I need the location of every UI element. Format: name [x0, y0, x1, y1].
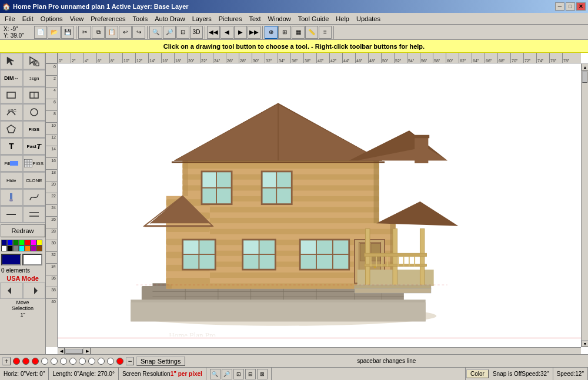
snap-settings-button[interactable]: Snap Settings: [136, 357, 185, 366]
dot-white2[interactable]: [51, 358, 58, 365]
tb-open[interactable]: 📂: [48, 26, 61, 39]
menu-edit[interactable]: Edit: [19, 14, 37, 23]
lt-select-cross[interactable]: [23, 53, 46, 69]
remove-button[interactable]: −: [126, 357, 134, 365]
dot-white7[interactable]: [98, 358, 105, 365]
scroll-up-button[interactable]: ▲: [582, 63, 588, 70]
tb-copy[interactable]: ⧉: [92, 26, 105, 39]
dot-white6[interactable]: [88, 358, 95, 365]
tb-undo[interactable]: ↩: [119, 26, 132, 39]
current-color-swatch[interactable]: [1, 254, 21, 265]
usa-mode[interactable]: USA Mode: [0, 274, 45, 283]
swatch-darkblue[interactable]: [1, 240, 7, 246]
dot-white5[interactable]: [79, 358, 86, 365]
swatch-blue[interactable]: [7, 240, 13, 246]
menu-file[interactable]: File: [1, 14, 19, 23]
swatch-magenta[interactable]: [31, 240, 36, 246]
tb-zoom-fit[interactable]: ⊡: [176, 26, 189, 39]
lt-dim[interactable]: DIM↔: [0, 70, 23, 86]
lt-figs[interactable]: FIGS: [23, 121, 46, 137]
lt-brush[interactable]: [0, 189, 23, 206]
color-button[interactable]: Color: [466, 369, 489, 378]
tb-active-tool[interactable]: ⊕: [265, 26, 278, 39]
menu-pictures[interactable]: Pictures: [215, 14, 246, 23]
maximize-button[interactable]: □: [566, 2, 575, 11]
close-button[interactable]: ✕: [576, 2, 586, 11]
tb-grid[interactable]: ▦: [292, 26, 305, 39]
drawing-canvas[interactable]: Home Plan Pro: [58, 63, 581, 347]
dot-white3[interactable]: [60, 358, 67, 365]
lt-dim2[interactable]: ↕sgn: [23, 70, 46, 86]
menu-view[interactable]: View: [66, 14, 88, 23]
menu-autodraw[interactable]: Auto Draw: [151, 14, 188, 23]
lt-fill-figs[interactable]: FIGS: [23, 155, 46, 171]
swatch-black[interactable]: [7, 246, 13, 251]
lt-hide[interactable]: Hide: [0, 172, 23, 189]
dot-red1[interactable]: [13, 358, 20, 365]
swatch-red[interactable]: [25, 240, 31, 246]
menu-updates[interactable]: Updates: [353, 14, 384, 23]
swatch-orange[interactable]: [25, 246, 31, 251]
tb-next2[interactable]: ▶▶: [248, 26, 260, 39]
menu-toolguide[interactable]: Tool Guide: [295, 14, 333, 23]
tb-redo[interactable]: ↪: [132, 26, 145, 39]
tb-prev[interactable]: ◀◀: [207, 26, 220, 39]
dot-white4[interactable]: [69, 358, 76, 365]
dot-white8[interactable]: [107, 358, 114, 365]
tb-prev2[interactable]: ◀: [220, 26, 233, 39]
swatch-cyan[interactable]: [19, 246, 25, 251]
menu-window[interactable]: Window: [265, 14, 295, 23]
dot-white1[interactable]: [41, 358, 48, 365]
dot-red2[interactable]: [22, 358, 29, 365]
tb-measure[interactable]: 📏: [305, 26, 318, 39]
scrollbar-vertical[interactable]: ▲ ▼: [581, 63, 588, 347]
swatch-purple[interactable]: [31, 246, 36, 251]
lt-text-fast[interactable]: FastT: [23, 138, 46, 154]
swatch-green[interactable]: [13, 240, 19, 246]
scroll-left-button[interactable]: ◀: [58, 348, 65, 355]
tb-snap[interactable]: ⊞: [278, 26, 291, 39]
swatch-white[interactable]: [1, 246, 7, 251]
redraw-button[interactable]: Redraw: [1, 224, 45, 237]
tb-zoom-out[interactable]: 🔎: [163, 26, 176, 39]
scroll-h-thumb[interactable]: [65, 349, 83, 354]
lt-move-sel-right[interactable]: [23, 283, 46, 299]
tb-next[interactable]: ▶: [234, 26, 247, 39]
scroll-down-button[interactable]: ▼: [582, 340, 588, 347]
tb-layer[interactable]: ≡: [319, 26, 332, 39]
zoom-reset-btn[interactable]: ⊠: [257, 369, 268, 379]
tb-new[interactable]: 📄: [34, 26, 47, 39]
dot-red4[interactable]: [116, 358, 123, 365]
lt-poly[interactable]: [0, 121, 23, 137]
lt-rect2[interactable]: [23, 87, 46, 103]
scrollbar-horizontal[interactable]: ◀ ▶: [58, 347, 581, 354]
zoom-fit-btn[interactable]: ⊡: [233, 369, 244, 379]
bg-color-swatch[interactable]: [22, 254, 42, 265]
menu-options[interactable]: Options: [37, 14, 66, 23]
tb-zoom-in[interactable]: 🔍: [149, 26, 162, 39]
zoom-in-btn[interactable]: 🔍: [210, 369, 220, 379]
menu-tools[interactable]: Tools: [129, 14, 152, 23]
lt-select-arrow[interactable]: [0, 53, 23, 69]
menu-text[interactable]: Text: [245, 14, 264, 23]
menu-layers[interactable]: Layers: [189, 14, 215, 23]
lt-circle[interactable]: [23, 104, 46, 120]
lt-curve[interactable]: [23, 189, 46, 206]
minimize-button[interactable]: ─: [555, 2, 564, 11]
tb-cut[interactable]: ✂: [78, 26, 91, 39]
swatch-brightgreen[interactable]: [19, 240, 25, 246]
menu-preferences[interactable]: Preferences: [87, 14, 129, 23]
scroll-v-thumb[interactable]: [582, 71, 587, 83]
swatch-yellow[interactable]: [36, 240, 42, 246]
tb-save[interactable]: 💾: [61, 26, 74, 39]
swatch-brown[interactable]: [36, 246, 42, 251]
tb-paste[interactable]: 📋: [105, 26, 118, 39]
lt-line-single[interactable]: [0, 206, 23, 223]
lt-fill[interactable]: Fill: [0, 155, 23, 171]
dot-red3[interactable]: [32, 358, 39, 365]
lt-rect[interactable]: [0, 87, 23, 103]
swatch-gray[interactable]: [13, 246, 19, 251]
add-button[interactable]: +: [2, 357, 11, 365]
tb-3d[interactable]: 3D: [190, 26, 203, 39]
lt-text[interactable]: T: [0, 138, 23, 154]
